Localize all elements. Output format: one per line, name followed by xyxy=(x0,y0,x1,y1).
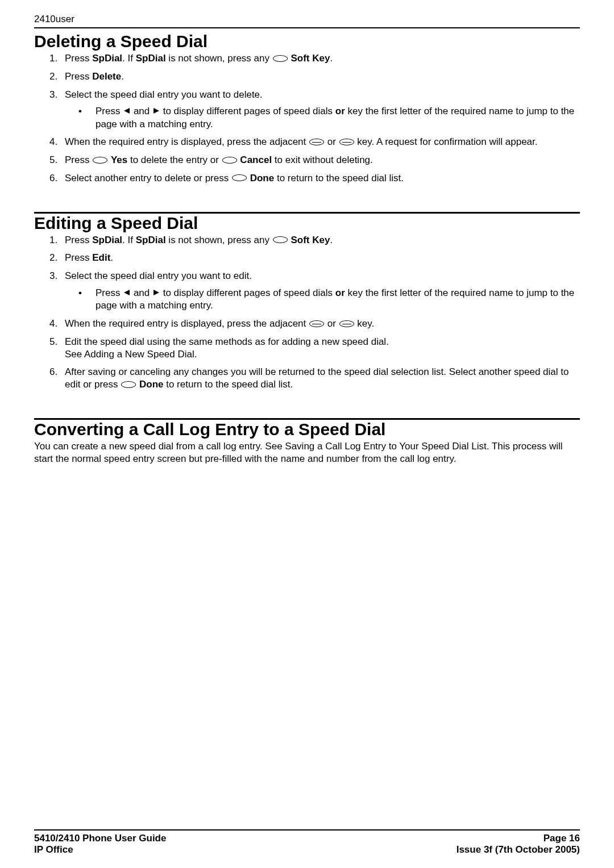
softkey-icon xyxy=(273,236,288,243)
footer-doc-title: 5410/2410 Phone User Guide xyxy=(34,833,166,844)
list-item: Press SpDial. If SpDial is not shown, pr… xyxy=(60,52,580,65)
page-footer: 5410/2410 Phone User Guide Page 16 IP Of… xyxy=(34,829,580,856)
svg-marker-1 xyxy=(154,108,159,114)
section-converting: Converting a Call Log Entry to a Speed D… xyxy=(34,420,580,481)
list-item: Select the speed dial entry you want to … xyxy=(60,89,580,131)
footer-page-number: Page 16 xyxy=(544,833,580,844)
list-item: When the required entry is displayed, pr… xyxy=(60,136,580,148)
softkey-icon xyxy=(339,139,354,145)
list-item: Edit the speed dial using the same metho… xyxy=(60,336,580,361)
section-editing: Editing a Speed Dial Press SpDial. If Sp… xyxy=(34,214,580,412)
list-item: Press Yes to delete the entry or Cancel … xyxy=(60,154,580,166)
list-item: After saving or canceling any changes yo… xyxy=(60,366,580,391)
softkey-icon xyxy=(273,55,288,62)
softkey-icon xyxy=(121,381,136,388)
softkey-icon xyxy=(232,174,247,181)
list-item: When the required entry is displayed, pr… xyxy=(60,318,580,330)
softkey-icon xyxy=(309,320,324,327)
header-doc-title: 2410user xyxy=(34,14,580,28)
list-item: Press Delete. xyxy=(60,70,580,83)
footer-product: IP Office xyxy=(34,844,73,856)
heading-converting: Converting a Call Log Entry to a Speed D… xyxy=(34,420,580,439)
svg-marker-0 xyxy=(124,108,130,114)
heading-editing: Editing a Speed Dial xyxy=(34,214,580,233)
arrow-right-icon xyxy=(152,287,160,299)
softkey-icon xyxy=(93,157,107,164)
steps-deleting: Press SpDial. If SpDial is not shown, pr… xyxy=(34,52,580,185)
footer-issue: Issue 3f (7th October 2005) xyxy=(457,844,580,856)
heading-deleting: Deleting a Speed Dial xyxy=(34,32,580,51)
arrow-right-icon xyxy=(152,105,160,118)
softkey-icon xyxy=(309,139,324,145)
list-item: Select another entry to delete or press … xyxy=(60,172,580,185)
softkey-icon xyxy=(339,320,354,327)
svg-marker-2 xyxy=(124,290,130,295)
arrow-left-icon xyxy=(123,287,131,299)
divider xyxy=(34,829,580,831)
steps-editing: Press SpDial. If SpDial is not shown, pr… xyxy=(34,234,580,391)
paragraph-converting: You can create a new speed dial from a c… xyxy=(34,440,580,465)
list-item: Press and to display different pages of … xyxy=(96,105,580,130)
list-item: Press and to display different pages of … xyxy=(96,287,580,312)
list-item: Select the speed dial entry you want to … xyxy=(60,270,580,312)
svg-marker-3 xyxy=(154,290,159,295)
arrow-left-icon xyxy=(123,105,131,118)
softkey-icon xyxy=(222,157,237,164)
section-deleting: Deleting a Speed Dial Press SpDial. If S… xyxy=(34,32,580,206)
list-item: Press SpDial. If SpDial is not shown, pr… xyxy=(60,234,580,247)
list-item: Press Edit. xyxy=(60,252,580,264)
